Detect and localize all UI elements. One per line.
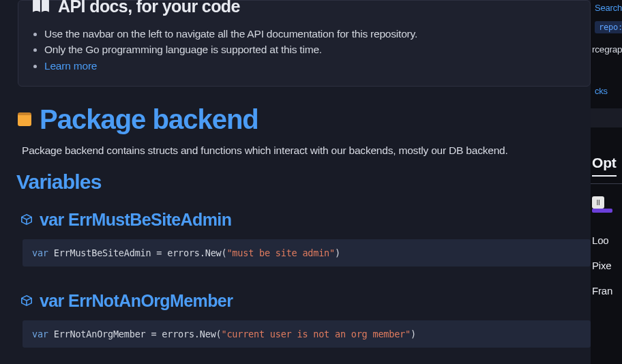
package-icon bbox=[18, 112, 31, 126]
book-icon bbox=[32, 0, 50, 14]
cube-icon bbox=[20, 294, 33, 307]
var-errnotanorgmember-link[interactable]: var ErrNotAnOrgMember bbox=[40, 291, 233, 311]
card-bullet: Only the Go programming language is supp… bbox=[44, 42, 576, 57]
repo-filter-pill[interactable]: repo:^g bbox=[595, 21, 622, 33]
card-title: API docs, for your code bbox=[58, 0, 240, 16]
sidebar-accent bbox=[592, 209, 612, 213]
sidebar-item[interactable]: Pixe bbox=[592, 260, 622, 271]
learn-more-link[interactable]: Learn more bbox=[44, 60, 97, 72]
sidebar-badge[interactable]: II bbox=[592, 196, 604, 209]
sidebar-search[interactable]: Search bbox=[591, 0, 622, 16]
right-sidebar: Search repo:^g rcegraph cks Opt II Loo P… bbox=[591, 0, 622, 364]
sidebar-text: rcegraph bbox=[591, 40, 622, 59]
api-docs-card: API docs, for your code Use the navbar o… bbox=[18, 0, 591, 87]
code-block: var ErrNotAnOrgMember = errors.New("curr… bbox=[23, 320, 591, 348]
sidebar-spacer bbox=[591, 108, 622, 127]
cube-icon bbox=[20, 213, 33, 226]
package-description: Package backend contains structs and fun… bbox=[22, 145, 591, 157]
sidebar-link[interactable]: cks bbox=[591, 83, 622, 99]
sidebar-options-heading: Opt bbox=[592, 155, 617, 177]
package-title-link[interactable]: Package backend bbox=[40, 104, 258, 135]
card-bullet: Use the navbar on the left to navigate a… bbox=[44, 26, 576, 42]
variables-heading: Variables bbox=[16, 170, 591, 194]
sidebar-item[interactable]: Loo bbox=[592, 234, 622, 246]
sidebar-item[interactable]: Fran bbox=[592, 285, 622, 297]
code-block: var ErrMustBeSiteAdmin = errors.New("mus… bbox=[23, 239, 591, 267]
card-bullet: Learn more bbox=[44, 58, 576, 74]
var-errmustbesiteadmin-link[interactable]: var ErrMustBeSiteAdmin bbox=[40, 210, 231, 230]
